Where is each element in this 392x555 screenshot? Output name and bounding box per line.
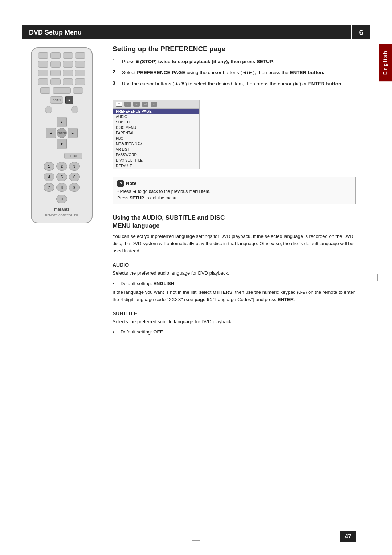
corner-mark-br: [374, 537, 381, 544]
num-btn-7[interactable]: 7: [44, 183, 54, 192]
dpad: ▲ ◄ ENTER ► ▼: [46, 117, 78, 149]
setup-button[interactable]: SETUP: [64, 153, 82, 159]
note-text: • Press ◄ to go back to the previous men…: [117, 188, 351, 201]
remote-btn-r4c4[interactable]: [75, 78, 85, 85]
cross-mark-bottom: [192, 537, 200, 544]
step-1-text: Press ■ (STOP) twice to stop playback (i…: [122, 58, 356, 65]
remote-btn-r1c2[interactable]: [50, 52, 61, 59]
main-content: SCAN ■ ▲ ◄ ENTER ► ▼ SETUP: [22, 44, 356, 533]
remote-btn-r2c1[interactable]: [38, 61, 48, 68]
remote-btn-r5c3[interactable]: [73, 87, 83, 94]
pref-item-vr-list: VR LIST: [113, 147, 199, 152]
pref-item-mp3jpeg: MP3/JPEG NAV: [113, 141, 199, 147]
cross-mark-left: [11, 274, 18, 281]
remote-btn-wide-r5[interactable]: [53, 87, 71, 94]
remote-btn-r2c4[interactable]: [75, 61, 85, 68]
num-btn-6[interactable]: 6: [69, 173, 80, 181]
pref-item-divx: DIVX SUBTITLE: [113, 158, 199, 163]
corner-mark-tl: [11, 11, 18, 18]
dpad-right-button[interactable]: ►: [68, 128, 78, 138]
pref-icon-x: ×: [151, 102, 157, 107]
pref-icon-parental: ☑: [142, 102, 148, 107]
step-3: 3 Use the cursor buttons (▲/▼) to select…: [113, 80, 356, 88]
note-icon: ✎: [117, 180, 124, 187]
pref-item-password: PASSWORD: [113, 152, 199, 158]
pref-icon-audio: ♪: [124, 102, 131, 107]
pref-item-subtitle: SUBTITLE: [113, 119, 199, 125]
page-title: DVD Setup Menu: [22, 25, 351, 39]
cross-mark-top: [192, 11, 200, 18]
remote-row-side: [45, 106, 78, 113]
pref-menu-header: PREFERENCE PAGE: [113, 109, 199, 114]
remote-btn-r1c1[interactable]: [38, 52, 48, 59]
num-btn-8[interactable]: 8: [56, 183, 67, 192]
corner-mark-bl: [11, 537, 18, 544]
side-btn-left[interactable]: [45, 106, 52, 113]
remote-btn-r3c1[interactable]: [38, 70, 48, 76]
corner-mark-tr: [374, 11, 381, 18]
pref-icons-row: □ ♪ ≡ ☑ ×: [113, 100, 199, 109]
cross-mark-right: [374, 274, 381, 281]
remote-btn-r1c4[interactable]: [75, 52, 85, 59]
audio-extra-text: If the language you want is not in the l…: [113, 289, 356, 303]
audio-default-bullet: • Default setting: ENGLISH: [113, 280, 356, 287]
step-3-text: Use the cursor buttons (▲/▼) to select t…: [122, 80, 356, 88]
section2-heading: Using the AUDIO, SUBTITLE and DISC MENU …: [113, 214, 356, 230]
pref-item-default: DEFAULT: [113, 163, 199, 169]
num-btn-3[interactable]: 3: [69, 162, 80, 171]
section1-heading: Setting up the PREFERENCE page: [113, 45, 356, 53]
audio-heading: AUDIO: [113, 262, 356, 268]
num-btn-2[interactable]: 2: [56, 162, 67, 171]
subtitle-description: Selects the preferred subtitle language …: [113, 318, 356, 325]
remote-btn-r1c3[interactable]: [63, 52, 73, 59]
section2-body: You can select your preferred language s…: [113, 233, 356, 255]
subtitle-default-text: Default setting: OFF: [121, 328, 163, 336]
dpad-up-button[interactable]: ▲: [57, 117, 67, 127]
remote-btn-r4c2[interactable]: [50, 78, 61, 85]
step-2-text: Select PREFERENCE PAGE using the cursor …: [122, 69, 356, 76]
audio-description: Selects the preferred audio language for…: [113, 270, 356, 277]
left-column: SCAN ■ ▲ ◄ ENTER ► ▼ SETUP: [22, 44, 102, 533]
dpad-down-button[interactable]: ▼: [57, 139, 67, 149]
subtitle-heading: SUBTITLE: [113, 311, 356, 316]
pref-item-pbc: PBC: [113, 136, 199, 141]
remote-row-3: [38, 70, 85, 76]
dpad-left-button[interactable]: ◄: [46, 128, 56, 138]
remote-btn-r3c3[interactable]: [63, 70, 73, 76]
note-label: Note: [126, 181, 136, 186]
num-btn-5[interactable]: 5: [56, 173, 67, 181]
scan-button[interactable]: SCAN: [50, 96, 63, 104]
page-number: 47: [340, 531, 356, 542]
pref-item-audio: AUDIO: [113, 114, 199, 119]
brand-subtitle: REMOTE CONTROLLER: [45, 214, 78, 217]
step-2: 2 Select PREFERENCE PAGE using the curso…: [113, 69, 356, 76]
audio-default-text: Default setting: ENGLISH: [121, 280, 174, 287]
subtitle-default-bullet: • Default setting: OFF: [113, 328, 356, 336]
remote-btn-r3c4[interactable]: [75, 70, 85, 76]
step-1-num: 1: [113, 58, 118, 65]
remote-btn-r2c2[interactable]: [50, 61, 61, 68]
remote-btn-r3c2[interactable]: [50, 70, 61, 76]
remote-btn-r4c1[interactable]: [38, 78, 48, 85]
side-btn-right[interactable]: [71, 106, 78, 113]
num-btn-4[interactable]: 4: [44, 173, 54, 181]
remote-btn-r5c1[interactable]: [40, 87, 50, 94]
preference-page-screenshot: □ ♪ ≡ ☑ × PREFERENCE PAGE AUDIO SUBTITLE…: [113, 100, 200, 169]
num-btn-9[interactable]: 9: [69, 183, 80, 192]
num-btn-0[interactable]: 0: [56, 195, 67, 203]
brand-name: marantz: [54, 207, 69, 211]
setup-row: SETUP: [64, 153, 86, 159]
stop-button[interactable]: ■: [65, 96, 73, 104]
enter-button[interactable]: ENTER: [57, 128, 67, 138]
steps-list: 1 Press ■ (STOP) twice to stop playback …: [113, 58, 356, 91]
pref-icon-sub: ≡: [133, 102, 140, 107]
pref-item-parental: PARENTAL: [113, 130, 199, 136]
chapter-number: 6: [352, 25, 370, 39]
bullet-dot: •: [113, 280, 118, 287]
remote-row-scan: SCAN ■: [50, 96, 73, 104]
remote-btn-r2c3[interactable]: [63, 61, 73, 68]
num-btn-1[interactable]: 1: [44, 162, 54, 171]
remote-btn-r4c3[interactable]: [63, 78, 73, 85]
zero-row: 0: [56, 195, 67, 203]
bullet-dot-2: •: [113, 328, 118, 336]
